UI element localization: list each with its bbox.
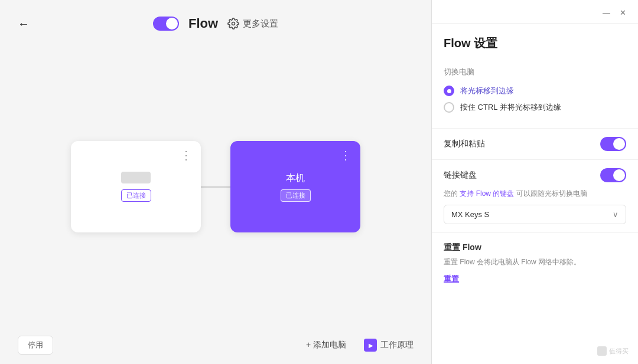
top-bar: ← Flow 更多设置 bbox=[0, 0, 431, 47]
switch-computer-label: 切换电脑 bbox=[444, 67, 626, 77]
reset-link[interactable]: 重置 bbox=[444, 274, 459, 283]
move-edge-label: 将光标移到边缘 bbox=[460, 86, 514, 96]
radio-move-edge[interactable] bbox=[444, 86, 454, 96]
remote-avatar bbox=[121, 172, 151, 183]
reset-desc: 重置 Flow 会将此电脑从 Flow 网络中移除。 bbox=[444, 257, 626, 267]
right-panel-titlebar: — ✕ bbox=[432, 0, 638, 24]
keyboard-section: 链接键盘 您的 支持 Flow 的键盘 可以跟随光标切换电脑 MX Keys S… bbox=[432, 160, 638, 233]
bottom-bar: 停用 + 添加电脑 工作原理 bbox=[0, 326, 431, 364]
keyboard-selector[interactable]: MX Keys S ∨ bbox=[444, 205, 626, 224]
svg-point-0 bbox=[232, 22, 235, 25]
computers-row: ⋮ 已连接 ⋮ 本机 已连接 bbox=[71, 141, 360, 232]
how-it-works-label: 工作原理 bbox=[380, 340, 414, 350]
keyboard-description: 您的 支持 Flow 的键盘 可以跟随光标切换电脑 bbox=[444, 188, 626, 199]
right-panel: — ✕ Flow 设置 切换电脑 将光标移到边缘 按住 CTRL 并将光标移到边… bbox=[431, 0, 638, 364]
window-controls: — ✕ bbox=[603, 8, 626, 17]
settings-title: Flow 设置 bbox=[432, 24, 638, 57]
ctrl-move-label: 按住 CTRL 并将光标移到边缘 bbox=[460, 102, 561, 113]
remote-connected-badge: 已连接 bbox=[121, 189, 151, 202]
top-center: Flow 更多设置 bbox=[153, 16, 278, 31]
linked-keyboard-toggle[interactable] bbox=[600, 168, 626, 182]
watermark: 值得买 bbox=[597, 346, 629, 356]
connection-line bbox=[201, 186, 230, 188]
more-settings-label: 更多设置 bbox=[243, 18, 278, 29]
gear-icon bbox=[227, 18, 239, 29]
keyboard-name: MX Keys S bbox=[451, 210, 489, 219]
local-card-menu[interactable]: ⋮ bbox=[340, 148, 352, 162]
switch-computer-section: 切换电脑 将光标移到边缘 按住 CTRL 并将光标移到边缘 bbox=[432, 57, 638, 129]
close-button[interactable]: ✕ bbox=[620, 8, 626, 17]
local-connected-badge: 已连接 bbox=[281, 189, 311, 202]
play-icon bbox=[364, 339, 377, 352]
remote-computer-card: ⋮ 已连接 bbox=[71, 141, 201, 232]
flow-title: Flow bbox=[188, 16, 218, 31]
watermark-icon bbox=[597, 346, 607, 356]
radio-ctrl-move[interactable] bbox=[444, 102, 454, 113]
copy-paste-toggle[interactable] bbox=[600, 137, 626, 151]
copy-paste-row: 复制和粘贴 bbox=[432, 129, 638, 160]
chevron-down-icon: ∨ bbox=[613, 210, 619, 219]
reset-section: 重置 Flow 重置 Flow 会将此电脑从 Flow 网络中移除。 重置 bbox=[432, 233, 638, 294]
reset-title: 重置 Flow bbox=[444, 242, 626, 253]
linked-keyboard-label: 链接键盘 bbox=[444, 170, 477, 181]
back-button[interactable]: ← bbox=[18, 17, 30, 31]
flow-toggle[interactable] bbox=[153, 17, 179, 31]
option-ctrl-move[interactable]: 按住 CTRL 并将光标移到边缘 bbox=[444, 102, 626, 113]
bottom-right: + 添加电脑 工作原理 bbox=[306, 339, 414, 352]
add-computer-label: + 添加电脑 bbox=[306, 340, 346, 350]
option-move-edge[interactable]: 将光标移到边缘 bbox=[444, 86, 626, 96]
local-computer-card: ⋮ 本机 已连接 bbox=[230, 141, 360, 232]
watermark-text: 值得买 bbox=[609, 347, 629, 356]
suspend-button[interactable]: 停用 bbox=[18, 336, 53, 355]
more-settings-button[interactable]: 更多设置 bbox=[227, 18, 278, 29]
local-computer-name: 本机 bbox=[286, 172, 305, 185]
how-it-works-button[interactable]: 工作原理 bbox=[364, 339, 414, 352]
linked-keyboard-row: 链接键盘 bbox=[444, 168, 626, 188]
main-content: ⋮ 已连接 ⋮ 本机 已连接 bbox=[0, 47, 431, 326]
minimize-button[interactable]: — bbox=[603, 8, 610, 17]
copy-paste-label: 复制和粘贴 bbox=[444, 139, 485, 149]
add-computer-button[interactable]: + 添加电脑 bbox=[306, 340, 346, 350]
remote-card-menu[interactable]: ⋮ bbox=[180, 148, 193, 162]
left-panel: ← Flow 更多设置 ⋮ 已连接 bbox=[0, 0, 431, 364]
flow-keyboard-link[interactable]: 支持 Flow 的键盘 bbox=[460, 189, 514, 198]
